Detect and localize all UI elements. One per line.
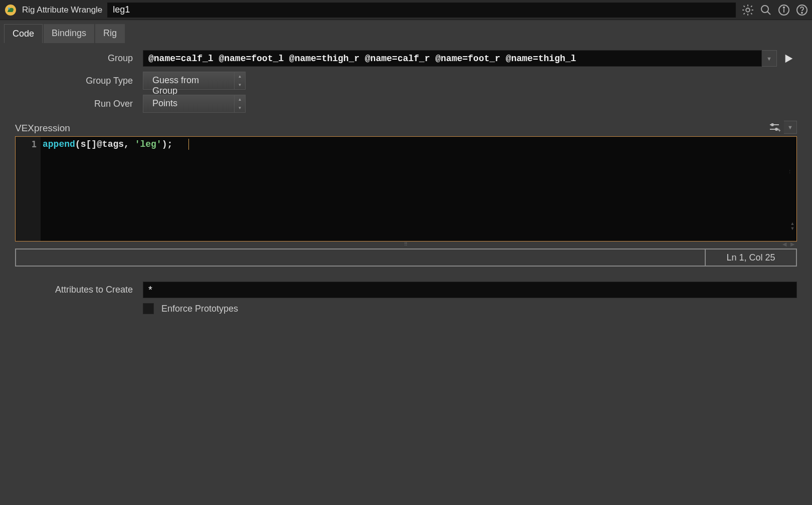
search-icon[interactable] [759,3,773,17]
node-type-label: Rig Attribute Wrangle [22,5,102,15]
attrs-create-label: Attributes to Create [15,285,143,295]
group-type-label: Group Type [15,76,143,86]
gear-icon[interactable] [741,3,755,17]
scroll-right-icon[interactable]: ▶ [790,241,794,247]
tab-rig[interactable]: Rig [95,24,125,43]
line-gutter: 1 [16,137,41,241]
enforce-prototypes-checkbox[interactable] [143,303,154,314]
tab-bindings[interactable]: Bindings [44,24,94,43]
code-token-func: append [43,139,75,149]
svg-point-9 [801,12,802,13]
code-area[interactable]: append(s[]@tags, 'leg'); [41,137,796,241]
tab-bar: Code Bindings Rig [0,20,812,43]
svg-text:+: + [778,127,780,132]
svg-line-4 [767,12,770,15]
code-token: ) [162,139,167,149]
status-bar: Ln 1, Col 25 [15,248,797,267]
parameters-pane: Group ▼ Group Type Guess from Group ▲▼ R… [0,43,812,326]
spinner-icon: ▲▼ [234,95,245,112]
code-token: 'leg' [135,139,162,149]
help-icon[interactable] [795,3,809,17]
svg-point-7 [783,7,784,8]
group-type-value: Guess from Group [143,72,234,89]
resize-handle[interactable]: ⠿ ◀ ▶ [15,241,797,246]
vex-presets-dropdown[interactable]: ▼ [784,121,797,134]
run-over-label: Run Over [15,99,143,109]
group-select-arrow[interactable] [781,50,797,67]
attrs-create-input[interactable] [143,282,797,298]
grip-dots-icon: ⠿ [404,241,408,247]
scroll-indicator: ⦙ ▲▼ [789,169,795,231]
svg-point-2 [746,8,750,12]
header-bar: Rig Attribute Wrangle [0,0,812,20]
group-dropdown-button[interactable]: ▼ [762,50,777,67]
group-type-select[interactable]: Guess from Group ▲▼ [143,72,246,90]
line-number: 1 [16,139,37,149]
tab-code[interactable]: Code [4,24,43,43]
info-icon[interactable] [777,3,791,17]
code-editor[interactable]: 1 append(s[]@tags, 'leg'); ⦙ ▲▼ [15,136,797,241]
code-token: , [124,139,135,149]
status-message [16,249,706,266]
vexpression-label: VEXpression [15,123,70,134]
spinner-icon: ▲▼ [234,72,245,89]
node-type-icon [3,3,18,18]
code-token: s[]@tags [81,139,124,149]
enforce-prototypes-label: Enforce Prototypes [161,304,238,314]
cursor-position: Ln 1, Col 25 [706,249,796,266]
scroll-left-icon[interactable]: ◀ [782,241,786,247]
code-token: ( [75,139,81,149]
run-over-select[interactable]: Points ▲▼ [143,95,246,113]
run-over-value: Points [143,95,234,112]
code-token: ; [167,139,172,149]
svg-point-3 [761,6,768,13]
group-input[interactable] [143,50,762,67]
sliders-icon[interactable]: + [767,120,781,134]
node-name-input[interactable] [107,3,736,18]
svg-point-13 [775,128,777,130]
text-cursor [188,139,189,150]
svg-point-1 [8,8,10,10]
group-label: Group [15,53,143,64]
svg-point-11 [771,124,773,126]
